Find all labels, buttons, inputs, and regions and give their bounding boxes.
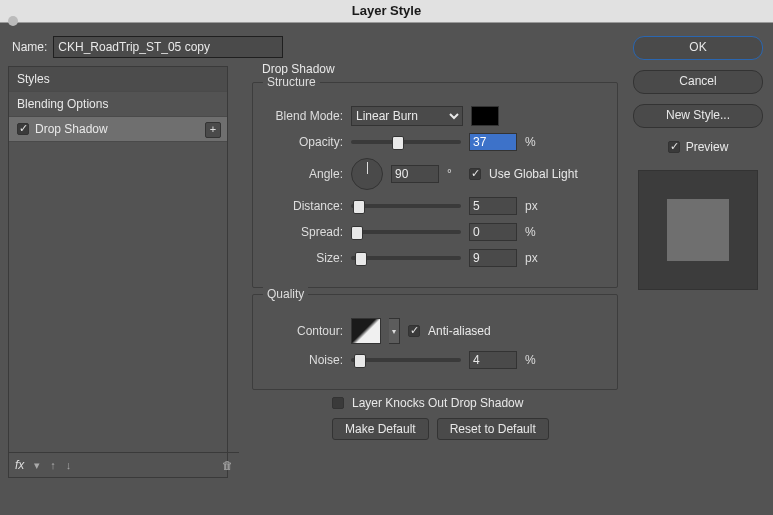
noise-input[interactable]	[469, 351, 517, 369]
preview-checkbox[interactable]	[668, 141, 680, 153]
preview-swatch	[667, 199, 729, 261]
structure-group: Structure Blend Mode: Linear Burn Opacit…	[252, 82, 618, 288]
styles-list-panel: Styles Blending Options Drop Shadow + fx…	[8, 66, 228, 478]
move-down-icon[interactable]: ↓	[66, 459, 72, 471]
reset-default-button[interactable]: Reset to Default	[437, 418, 549, 440]
add-effect-button[interactable]: +	[205, 122, 221, 138]
angle-unit: °	[447, 167, 461, 181]
blend-mode-label: Blend Mode:	[265, 109, 343, 123]
move-up-icon[interactable]: ↑	[50, 459, 56, 471]
styles-panel-footer: fx ▾ ↑ ↓ 🗑	[9, 452, 239, 477]
size-label: Size:	[265, 251, 343, 265]
size-slider[interactable]	[351, 256, 461, 260]
fx-icon[interactable]: fx	[15, 458, 24, 472]
noise-slider[interactable]	[351, 358, 461, 362]
blend-mode-select[interactable]: Linear Burn	[351, 106, 463, 126]
trash-icon[interactable]: 🗑	[222, 459, 233, 471]
spread-input[interactable]	[469, 223, 517, 241]
right-buttons: OK Cancel New Style... Preview	[634, 36, 762, 290]
opacity-label: Opacity:	[265, 135, 343, 149]
noise-label: Noise:	[265, 353, 343, 367]
use-global-light-label: Use Global Light	[489, 167, 578, 181]
distance-input[interactable]	[469, 197, 517, 215]
effect-panel: Drop Shadow Structure Blend Mode: Linear…	[252, 56, 618, 440]
structure-label: Structure	[263, 75, 320, 89]
distance-label: Distance:	[265, 199, 343, 213]
contour-swatch[interactable]	[351, 318, 381, 344]
drop-shadow-row[interactable]: Drop Shadow +	[9, 117, 227, 142]
preview-label: Preview	[686, 140, 729, 154]
anti-aliased-checkbox[interactable]	[408, 325, 420, 337]
quality-label: Quality	[263, 287, 308, 301]
titlebar: Layer Style	[0, 0, 773, 23]
distance-slider[interactable]	[351, 204, 461, 208]
quality-group: Quality Contour: ▾ Anti-aliased Noise: %	[252, 294, 618, 390]
use-global-light-checkbox[interactable]	[469, 168, 481, 180]
drop-shadow-checkbox[interactable]	[17, 123, 29, 135]
layer-style-dialog: Layer Style Name: Styles Blending Option…	[0, 0, 773, 515]
angle-input[interactable]	[391, 165, 439, 183]
name-input[interactable]	[53, 36, 283, 58]
styles-header[interactable]: Styles	[9, 67, 227, 92]
spread-unit: %	[525, 225, 539, 239]
make-default-button[interactable]: Make Default	[332, 418, 429, 440]
preview-box	[638, 170, 758, 290]
size-input[interactable]	[469, 249, 517, 267]
anti-aliased-label: Anti-aliased	[428, 324, 491, 338]
distance-unit: px	[525, 199, 539, 213]
contour-label: Contour:	[265, 324, 343, 338]
spread-label: Spread:	[265, 225, 343, 239]
name-row: Name:	[12, 36, 283, 58]
knockout-label: Layer Knocks Out Drop Shadow	[352, 396, 523, 410]
angle-dial[interactable]	[351, 158, 383, 190]
name-label: Name:	[12, 40, 47, 54]
shadow-color-swatch[interactable]	[471, 106, 499, 126]
new-style-button[interactable]: New Style...	[633, 104, 763, 128]
drop-shadow-label: Drop Shadow	[35, 117, 108, 141]
window-close-icon[interactable]	[8, 16, 18, 26]
cancel-button[interactable]: Cancel	[633, 70, 763, 94]
knockout-checkbox[interactable]	[332, 397, 344, 409]
noise-unit: %	[525, 353, 539, 367]
size-unit: px	[525, 251, 539, 265]
fx-chevron-down-icon[interactable]: ▾	[34, 459, 40, 472]
angle-label: Angle:	[265, 167, 343, 181]
contour-dropdown-icon[interactable]: ▾	[389, 318, 400, 344]
opacity-slider[interactable]	[351, 140, 461, 144]
ok-button[interactable]: OK	[633, 36, 763, 60]
opacity-input[interactable]	[469, 133, 517, 151]
blending-options-row[interactable]: Blending Options	[9, 92, 227, 117]
spread-slider[interactable]	[351, 230, 461, 234]
opacity-unit: %	[525, 135, 539, 149]
